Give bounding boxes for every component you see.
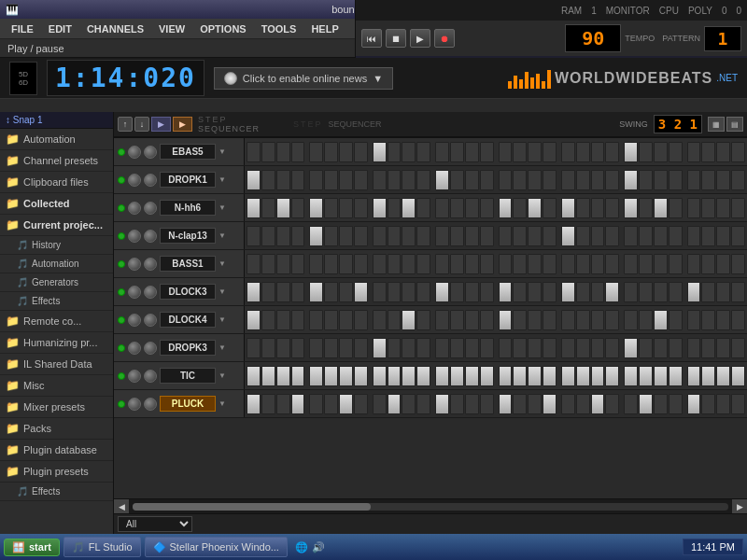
step-btn-1-22[interactable]: [591, 170, 605, 190]
step-btn-6-30[interactable]: [716, 310, 730, 330]
step-btn-3-27[interactable]: [669, 226, 683, 246]
step-btn-0-24[interactable]: [624, 142, 638, 162]
seq-scrollbar-thumb[interactable]: [133, 503, 371, 511]
track-name-2[interactable]: N-hh6: [160, 200, 216, 216]
track-knob-vol-9[interactable]: [128, 398, 141, 411]
step-btn-2-25[interactable]: [639, 198, 653, 218]
step-btn-0-31[interactable]: [731, 142, 745, 162]
step-btn-9-15[interactable]: [480, 394, 494, 414]
step-btn-2-2[interactable]: [276, 198, 290, 218]
step-btn-5-11[interactable]: [416, 282, 430, 302]
sidebar-item-clipboard[interactable]: 📁 Clipboard files: [0, 172, 113, 193]
step-btn-9-3[interactable]: [291, 394, 305, 414]
step-btn-5-25[interactable]: [639, 282, 653, 302]
step-btn-4-4[interactable]: [309, 254, 323, 274]
step-btn-6-27[interactable]: [669, 310, 683, 330]
step-btn-9-9[interactable]: [388, 394, 402, 414]
step-btn-2-18[interactable]: [528, 198, 542, 218]
step-btn-3-21[interactable]: [576, 226, 590, 246]
step-btn-9-23[interactable]: [605, 394, 619, 414]
track-knob-vol-5[interactable]: [128, 286, 141, 299]
prev-button[interactable]: ⏮: [361, 29, 382, 48]
step-btn-6-20[interactable]: [561, 310, 575, 330]
step-btn-7-4[interactable]: [309, 338, 323, 358]
step-btn-3-16[interactable]: [499, 226, 513, 246]
step-btn-5-3[interactable]: [291, 282, 305, 302]
track-led-9[interactable]: [118, 400, 125, 408]
step-btn-2-3[interactable]: [291, 198, 305, 218]
step-btn-8-20[interactable]: [561, 366, 575, 386]
menu-view[interactable]: VIEW: [151, 21, 192, 36]
step-btn-9-28[interactable]: [687, 394, 701, 414]
step-btn-6-4[interactable]: [309, 310, 323, 330]
step-btn-4-30[interactable]: [716, 254, 730, 274]
step-btn-8-8[interactable]: [373, 366, 387, 386]
step-btn-6-8[interactable]: [373, 310, 387, 330]
step-btn-1-24[interactable]: [624, 170, 638, 190]
step-btn-6-18[interactable]: [528, 310, 542, 330]
step-btn-8-22[interactable]: [591, 366, 605, 386]
track-knob-vol-2[interactable]: [128, 202, 141, 215]
step-btn-1-26[interactable]: [654, 170, 668, 190]
step-btn-4-11[interactable]: [416, 254, 430, 274]
step-btn-1-8[interactable]: [373, 170, 387, 190]
step-btn-5-5[interactable]: [324, 282, 338, 302]
sidebar-item-plugin-db[interactable]: 📁 Plugin database: [0, 440, 113, 461]
menu-help[interactable]: HELP: [303, 21, 345, 36]
step-btn-3-26[interactable]: [654, 226, 668, 246]
step-btn-8-15[interactable]: [480, 366, 494, 386]
step-btn-4-28[interactable]: [687, 254, 701, 274]
step-btn-2-23[interactable]: [605, 198, 619, 218]
step-btn-6-2[interactable]: [276, 310, 290, 330]
seq-size-btn2[interactable]: ▤: [726, 117, 743, 132]
step-btn-9-30[interactable]: [716, 394, 730, 414]
step-btn-6-7[interactable]: [354, 310, 368, 330]
step-btn-0-1[interactable]: [261, 142, 275, 162]
step-btn-7-23[interactable]: [605, 338, 619, 358]
step-btn-7-3[interactable]: [291, 338, 305, 358]
step-btn-2-1[interactable]: [261, 198, 275, 218]
step-btn-7-18[interactable]: [528, 338, 542, 358]
step-btn-1-20[interactable]: [561, 170, 575, 190]
step-btn-0-6[interactable]: [339, 142, 353, 162]
step-btn-5-17[interactable]: [513, 282, 527, 302]
step-btn-7-9[interactable]: [388, 338, 402, 358]
track-knob-vol-3[interactable]: [128, 230, 141, 243]
step-btn-1-27[interactable]: [669, 170, 683, 190]
step-btn-7-16[interactable]: [499, 338, 513, 358]
step-btn-4-26[interactable]: [654, 254, 668, 274]
step-btn-7-20[interactable]: [561, 338, 575, 358]
step-btn-4-12[interactable]: [435, 254, 449, 274]
step-btn-4-22[interactable]: [591, 254, 605, 274]
step-btn-5-16[interactable]: [499, 282, 513, 302]
step-btn-6-23[interactable]: [605, 310, 619, 330]
pattern-select[interactable]: All Drums Bass Melody: [118, 516, 192, 532]
track-name-9[interactable]: PLUCK: [160, 396, 216, 412]
step-btn-0-26[interactable]: [654, 142, 668, 162]
step-btn-5-28[interactable]: [687, 282, 701, 302]
step-btn-8-6[interactable]: [339, 366, 353, 386]
step-btn-0-3[interactable]: [291, 142, 305, 162]
step-btn-2-28[interactable]: [687, 198, 701, 218]
step-btn-0-18[interactable]: [528, 142, 542, 162]
step-btn-6-16[interactable]: [499, 310, 513, 330]
step-btn-6-1[interactable]: [261, 310, 275, 330]
step-btn-7-13[interactable]: [450, 338, 464, 358]
step-btn-9-14[interactable]: [465, 394, 479, 414]
step-btn-3-10[interactable]: [402, 226, 416, 246]
step-btn-9-13[interactable]: [450, 394, 464, 414]
step-btn-4-1[interactable]: [261, 254, 275, 274]
step-btn-1-14[interactable]: [465, 170, 479, 190]
step-btn-7-25[interactable]: [639, 338, 653, 358]
step-btn-5-13[interactable]: [450, 282, 464, 302]
step-btn-2-22[interactable]: [591, 198, 605, 218]
step-btn-9-21[interactable]: [576, 394, 590, 414]
step-btn-2-0[interactable]: [247, 198, 261, 218]
step-btn-5-24[interactable]: [624, 282, 638, 302]
step-btn-4-24[interactable]: [624, 254, 638, 274]
step-btn-6-3[interactable]: [291, 310, 305, 330]
sidebar-item-current-project[interactable]: 📁 Current projec...: [0, 215, 113, 236]
step-btn-3-15[interactable]: [480, 226, 494, 246]
track-knob-vol-6[interactable]: [128, 314, 141, 327]
sidebar-item-shared-data[interactable]: 📁 IL Shared Data: [0, 354, 113, 375]
